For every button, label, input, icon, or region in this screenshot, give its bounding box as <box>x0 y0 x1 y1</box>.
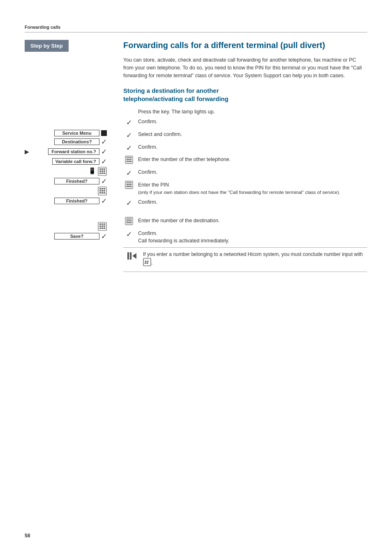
svg-rect-56 <box>130 220 132 221</box>
table-row: ✓ Select and confirm. <box>123 129 367 142</box>
sidebar-row-save: Save? ✓ <box>25 232 107 241</box>
svg-rect-29 <box>104 228 105 229</box>
svg-rect-38 <box>128 161 130 162</box>
table-row-spacer <box>123 210 367 216</box>
header-line <box>25 32 367 32</box>
step-desc: Confirm. <box>135 197 367 210</box>
note-icon <box>127 251 139 263</box>
table-row: ✓ Confirm. <box>123 197 367 210</box>
sidebar-row-keypad2 <box>25 187 107 196</box>
check-icon-save: ✓ <box>101 232 107 241</box>
svg-rect-35 <box>128 159 130 160</box>
table-row: Press the key. The lamp lights up. <box>123 107 367 117</box>
section-title: Storing a destination for anothertelepho… <box>123 87 367 103</box>
table-row: ✓ Confirm. <box>123 117 367 129</box>
svg-rect-49 <box>130 186 132 187</box>
table-row: Enter the number of the destination. <box>123 216 367 228</box>
svg-rect-22 <box>101 223 103 225</box>
step-desc: Confirm. <box>135 167 367 180</box>
check-icon-destinations: ✓ <box>101 138 107 146</box>
body-text: You can store, activate, check and deact… <box>123 56 367 79</box>
content: Forwarding calls for a different termina… <box>115 40 367 272</box>
main-layout: Step by Step Service Menu Destinations? … <box>25 40 367 272</box>
svg-rect-19 <box>104 192 105 193</box>
step-icon-cell: ✓ <box>123 228 135 246</box>
header-label: Forwarding calls <box>25 25 367 30</box>
step-desc-pin: Enter the PIN (only if your own station … <box>135 180 367 197</box>
svg-rect-2 <box>101 168 103 170</box>
check-icon-variable-call: ✓ <box>101 157 107 166</box>
note-box: If you enter a number belonging to a net… <box>123 247 367 272</box>
svg-rect-60 <box>127 252 129 260</box>
sidebar-row-keypad3 <box>25 222 107 231</box>
svg-rect-6 <box>104 170 105 172</box>
sidebar-row-finished1: Finished? ✓ <box>25 177 107 186</box>
svg-rect-36 <box>130 159 132 160</box>
svg-rect-9 <box>104 173 105 174</box>
keypad-icon <box>125 217 133 225</box>
save-button[interactable]: Save? <box>54 233 99 240</box>
step-icon-cell <box>123 154 135 167</box>
sidebar-row-variable-call: Variable call forw.? ✓ <box>25 157 107 166</box>
svg-rect-21 <box>99 223 101 225</box>
svg-rect-51 <box>127 219 128 220</box>
main-title: Forwarding calls for a different termina… <box>123 40 367 51</box>
destinations-button[interactable]: Destinations? <box>54 138 99 145</box>
keypad-icon-2 <box>98 187 107 196</box>
table-row: Enter the PIN (only if your own station … <box>123 180 367 197</box>
step-icon-cell: ✓ <box>123 117 135 129</box>
forward-station-button[interactable]: Forward station no.? <box>48 148 99 155</box>
svg-rect-15 <box>101 190 103 191</box>
svg-rect-37 <box>127 161 128 162</box>
svg-rect-61 <box>130 252 131 260</box>
svg-rect-14 <box>99 190 101 191</box>
keypad-icon <box>125 181 133 189</box>
step-desc: Confirm. <box>135 142 367 155</box>
check-icon-finished1: ✓ <box>101 177 107 186</box>
hicom-note-icon <box>127 251 138 261</box>
finished1-button[interactable]: Finished? <box>54 178 99 184</box>
variable-call-button[interactable]: Variable call forw.? <box>52 158 99 165</box>
svg-rect-47 <box>127 186 128 187</box>
sidebar-row-destinations: Destinations? ✓ <box>25 137 107 146</box>
check-icon: ✓ <box>126 230 132 238</box>
check-icon: ✓ <box>126 169 132 177</box>
step-icon-cell <box>123 180 135 197</box>
svg-rect-26 <box>104 226 105 227</box>
svg-rect-27 <box>99 228 101 229</box>
svg-rect-11 <box>99 188 101 189</box>
svg-rect-43 <box>130 182 132 184</box>
table-row: Enter the number of the other telephone. <box>123 154 367 167</box>
svg-rect-25 <box>101 226 103 227</box>
finished2-button[interactable]: Finished? <box>54 198 99 204</box>
svg-rect-17 <box>99 192 101 193</box>
svg-rect-44 <box>127 184 128 185</box>
step-by-step-box: Step by Step <box>25 40 69 52</box>
check-icon: ✓ <box>126 131 132 139</box>
svg-rect-53 <box>130 219 132 220</box>
sidebar: Step by Step Service Menu Destinations? … <box>25 40 115 272</box>
step-desc: Select and confirm. <box>135 129 367 142</box>
sidebar-row-keypad1: 📱 <box>25 167 107 176</box>
check-icon: ✓ <box>126 119 132 127</box>
table-row: ✓ Confirm. <box>123 142 367 155</box>
svg-rect-33 <box>130 157 132 159</box>
service-menu-button[interactable]: Service Menu <box>54 130 99 136</box>
step-desc: Press the key. The lamp lights up. <box>135 107 367 117</box>
service-menu-row: Service Menu <box>25 130 107 136</box>
svg-rect-28 <box>101 228 103 229</box>
step-icon-cell: ✓ <box>123 142 135 155</box>
sidebar-row-forward-station: ▶ Forward station no.? ✓ <box>25 147 107 156</box>
note-text: If you enter a number belonging to a net… <box>143 251 364 268</box>
steps-table: Press the key. The lamp lights up. ✓ Con… <box>123 107 367 246</box>
keypad-icon-3 <box>98 222 107 231</box>
page: Forwarding calls Step by Step Service Me… <box>0 0 392 555</box>
svg-rect-57 <box>127 222 128 223</box>
svg-rect-48 <box>128 186 130 187</box>
svg-rect-16 <box>104 190 105 191</box>
step-icon-cell: ✓ <box>123 197 135 210</box>
svg-rect-59 <box>130 222 132 223</box>
svg-rect-52 <box>128 219 130 220</box>
svg-rect-4 <box>99 170 101 172</box>
svg-rect-5 <box>101 170 103 172</box>
